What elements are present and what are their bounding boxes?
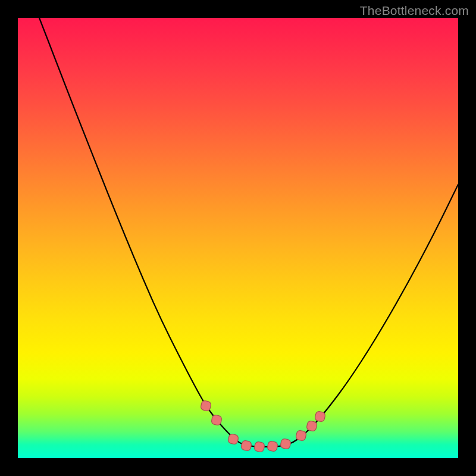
- plot-area: [18, 18, 458, 458]
- chart-frame: TheBottleneck.com: [0, 0, 476, 476]
- curve-marker: [228, 434, 239, 445]
- curve-marker: [241, 440, 252, 452]
- chart-svg: [18, 18, 458, 458]
- watermark-text: TheBottleneck.com: [360, 4, 469, 18]
- marker-group: [201, 400, 326, 453]
- bottleneck-curve: [39, 18, 458, 447]
- curve-marker: [280, 439, 292, 450]
- curve-marker: [201, 400, 212, 412]
- curve-marker: [254, 441, 265, 453]
- curve-marker: [267, 441, 278, 452]
